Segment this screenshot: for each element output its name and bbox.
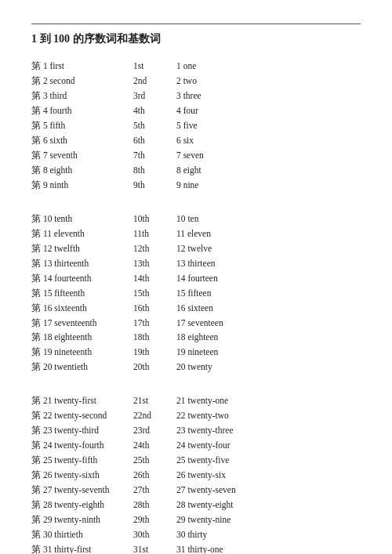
ordinal-number: 7th [133,148,176,163]
ordinal-label: 第 11 eleventh [31,226,133,241]
ordinal-number: 26th [133,468,176,483]
ordinal-label: 第 28 twenty-eighth [31,498,133,512]
cardinal-label: 24 twenty-four [176,438,278,453]
cardinal-label: 20 twenty [176,360,278,375]
table-row: 第 28 twenty-eighth28th28 twenty-eight [31,498,361,512]
ordinal-label: 第 12 twelfth [31,241,133,256]
table-row: 第 20 twentieth20th20 twenty [31,360,361,375]
table-row: 第 25 twenty-fifth25th25 twenty-five [31,453,361,468]
ordinal-label: 第 3 third [31,89,133,103]
ordinal-label: 第 19 nineteenth [31,345,133,360]
ordinal-label: 第 9 ninth [31,178,133,193]
cardinal-label: 30 thirty [176,527,278,542]
table-row: 第 22 twenty-second22nd22 twenty-two [31,408,361,423]
cardinal-label: 22 twenty-two [176,408,278,423]
cardinal-label: 27 twenty-seven [176,483,278,498]
table-row: 第 2 second2nd2 two [31,74,361,89]
cardinal-label: 23 twenty-three [176,423,278,438]
ordinal-number: 18th [133,330,176,345]
ordinal-label: 第 10 tenth [31,212,133,226]
table-row: 第 16 sixteenth16th16 sixteen [31,301,361,316]
ordinal-label: 第 16 sixteenth [31,301,133,316]
ordinal-number: 4th [133,103,176,118]
ordinal-number: 3rd [133,89,176,103]
ordinal-number: 9th [133,178,176,193]
table-row: 第 24 twenty-fourth24th24 twenty-four [31,438,361,453]
ordinal-label: 第 24 twenty-fourth [31,438,133,453]
ordinal-label: 第 26 twenty-sixth [31,468,133,483]
cardinal-label: 29 twenty-nine [176,512,278,527]
cardinal-label: 6 six [176,133,278,148]
ordinal-number: 28th [133,498,176,512]
table-row: 第 6 sixth6th6 six [31,133,361,148]
cardinal-label: 13 thirteen [176,256,278,271]
table-row: 第 11 eleventh11th11 eleven [31,226,361,241]
cardinal-label: 9 nine [176,178,278,193]
section-gap [31,386,361,393]
ordinal-number: 2nd [133,74,176,89]
cardinal-label: 28 twenty-eight [176,498,278,512]
ordinal-number: 24th [133,438,176,453]
ordinal-number: 5th [133,118,176,133]
table-row: 第 3 third3rd3 three [31,89,361,103]
ordinal-number: 12th [133,241,176,256]
cardinal-label: 1 one [176,59,278,74]
cardinal-label: 10 ten [176,212,278,226]
table-row: 第 19 nineteenth19th19 nineteen [31,345,361,360]
ordinal-number: 27th [133,483,176,498]
ordinal-label: 第 30 thirtieth [31,527,133,542]
table-row: 第 4 fourth4th4 four [31,103,361,118]
table-row: 第 1 first1st1 one [31,59,361,74]
ordinal-label: 第 2 second [31,74,133,89]
section-3: 第 21 twenty-first21st21 twenty-one第 22 t… [31,393,361,554]
cardinal-label: 21 twenty-one [176,393,278,408]
ordinal-number: 29th [133,512,176,527]
ordinal-label: 第 23 twenty-third [31,423,133,438]
ordinal-label: 第 4 fourth [31,103,133,118]
cardinal-label: 25 twenty-five [176,453,278,468]
ordinal-number: 6th [133,133,176,148]
ordinal-label: 第 22 twenty-second [31,408,133,423]
ordinal-label: 第 13 thirteenth [31,256,133,271]
page-title: 1 到 100 的序数词和基数词 [31,32,361,46]
ordinal-number: 1st [133,59,176,74]
ordinal-number: 19th [133,345,176,360]
ordinal-number: 20th [133,360,176,375]
ordinal-label: 第 17 seventeenth [31,316,133,331]
cardinal-label: 4 four [176,103,278,118]
section-1: 第 1 first1st1 one第 2 second2nd2 two第 3 t… [31,59,361,193]
ordinal-label: 第 21 twenty-first [31,393,133,408]
ordinal-number: 10th [133,212,176,226]
ordinal-label: 第 27 twenty-seventh [31,483,133,498]
table-row: 第 29 twenty-ninth29th29 twenty-nine [31,512,361,527]
ordinal-label: 第 29 twenty-ninth [31,512,133,527]
table-row: 第 7 seventh7th7 seven [31,148,361,163]
ordinal-label: 第 15 fifteenth [31,286,133,301]
content-area: 第 1 first1st1 one第 2 second2nd2 two第 3 t… [31,59,361,554]
ordinal-number: 15th [133,286,176,301]
cardinal-label: 15 fifteen [176,286,278,301]
ordinal-number: 31st [133,542,176,554]
table-row: 第 17 seventeenth17th17 seventeen [31,316,361,331]
ordinal-number: 11th [133,226,176,241]
table-row: 第 18 eighteenth18th18 eighteen [31,330,361,345]
table-row: 第 14 fourteenth14th14 fourteen [31,271,361,286]
table-row: 第 10 tenth10th10 ten [31,212,361,226]
cardinal-label: 26 twenty-six [176,468,278,483]
table-row: 第 30 thirtieth30th30 thirty [31,527,361,542]
cardinal-label: 17 seventeen [176,316,278,331]
cardinal-label: 18 eighteen [176,330,278,345]
ordinal-number: 22nd [133,408,176,423]
ordinal-label: 第 7 seventh [31,148,133,163]
section-gap [31,204,361,212]
ordinal-label: 第 6 sixth [31,133,133,148]
ordinal-number: 8th [133,163,176,178]
ordinal-label: 第 14 fourteenth [31,271,133,286]
cardinal-label: 2 two [176,74,278,89]
table-row: 第 23 twenty-third23rd23 twenty-three [31,423,361,438]
cardinal-label: 11 eleven [176,226,278,241]
table-row: 第 8 eighth8th8 eight [31,163,361,178]
ordinal-number: 25th [133,453,176,468]
ordinal-label: 第 18 eighteenth [31,330,133,345]
ordinal-number: 30th [133,527,176,542]
